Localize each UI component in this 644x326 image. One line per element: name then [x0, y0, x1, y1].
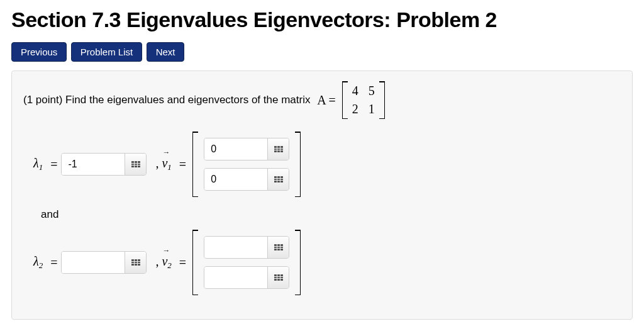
- equals: =: [50, 256, 57, 270]
- problem-panel: (1 point) Find the eigenvalues and eigen…: [11, 70, 633, 320]
- matrix-cell: 1: [369, 102, 375, 116]
- lambda1-input[interactable]: [62, 154, 125, 175]
- v1-entry-1-input[interactable]: [204, 138, 267, 160]
- keypad-icon[interactable]: [267, 138, 289, 160]
- matrix-label: A =: [317, 93, 336, 108]
- equals: =: [50, 157, 57, 172]
- previous-button[interactable]: Previous: [11, 42, 67, 62]
- answer-row-2: λ2 = , v2 =: [30, 230, 621, 295]
- lambda2-label: λ2: [33, 254, 43, 271]
- equals: =: [179, 157, 186, 172]
- v2-entry-1-input[interactable]: [204, 237, 267, 258]
- comma-v1-label: , v1: [155, 156, 171, 172]
- keypad-icon[interactable]: [125, 154, 146, 175]
- next-button[interactable]: Next: [147, 42, 185, 62]
- equals: =: [179, 256, 186, 270]
- keypad-icon[interactable]: [267, 237, 289, 258]
- points-label: (1 point): [23, 94, 62, 106]
- nav-buttons: Previous Problem List Next: [11, 42, 633, 62]
- matrix-cell: 2: [352, 102, 358, 116]
- matrix-cell: 4: [352, 84, 358, 98]
- lambda1-label: λ1: [33, 156, 43, 172]
- matrix-cell: 5: [369, 84, 375, 98]
- keypad-icon[interactable]: [267, 267, 289, 288]
- v2-vector: [192, 230, 301, 295]
- lambda2-input-group: [61, 251, 147, 274]
- v1-vector: [192, 132, 301, 197]
- answer-row-1: λ1 = , v1 =: [30, 132, 621, 197]
- v2-entry-1-group: [204, 236, 289, 259]
- prompt-text: Find the eigenvalues and eigenvectors of…: [65, 94, 310, 106]
- v1-entry-2-group: [204, 168, 289, 191]
- comma-v2-label: , v2: [155, 254, 171, 271]
- matrix-A: 4 5 2 1: [342, 81, 385, 119]
- v1-entry-2-input[interactable]: [204, 169, 267, 190]
- problem-list-button[interactable]: Problem List: [71, 42, 142, 62]
- and-text: and: [41, 208, 621, 221]
- v2-entry-2-group: [204, 266, 289, 289]
- page-title: Section 7.3 Eigenvalues Eigenvectors: Pr…: [11, 8, 633, 32]
- keypad-icon[interactable]: [267, 169, 289, 190]
- problem-prompt: (1 point) Find the eigenvalues and eigen…: [23, 81, 621, 119]
- lambda2-input[interactable]: [62, 252, 125, 273]
- v2-entry-2-input[interactable]: [204, 267, 267, 288]
- v1-entry-1-group: [204, 138, 289, 160]
- lambda1-input-group: [61, 153, 147, 176]
- keypad-icon[interactable]: [125, 252, 146, 273]
